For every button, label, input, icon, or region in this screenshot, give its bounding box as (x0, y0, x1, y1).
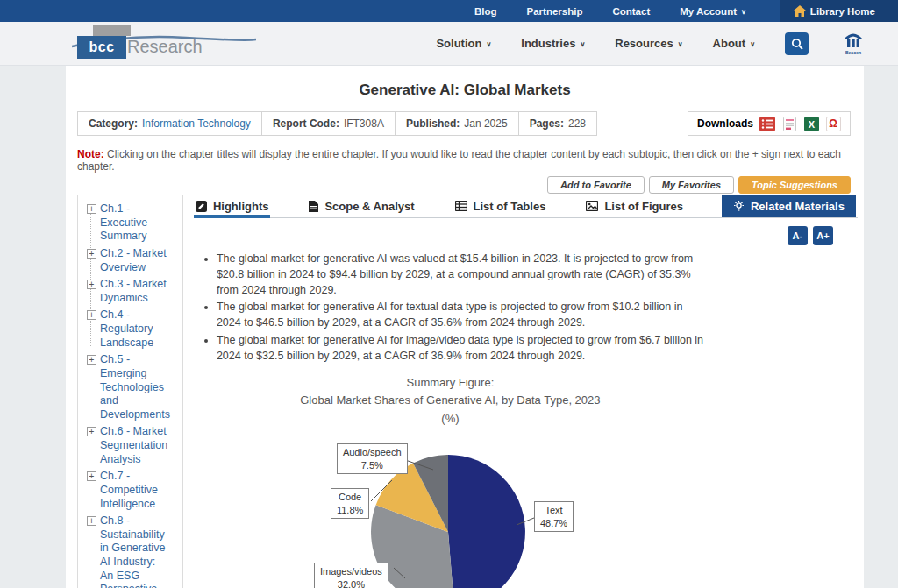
search-button[interactable] (785, 32, 809, 55)
chapter-item-3: + Ch.3 - Market Dynamics (87, 278, 170, 305)
expand-icon[interactable]: + (87, 516, 96, 526)
tab-related-materials-label: Related Materials (751, 200, 845, 213)
nav-resources[interactable]: Resources ∨ (615, 37, 682, 50)
top-utility-bar: Blog Partnership Contact My Account ∨ Li… (0, 0, 898, 22)
nav-industries-label: Industries (521, 37, 575, 50)
expand-icon[interactable]: + (87, 249, 96, 259)
pie-label-code-name: Code (337, 491, 363, 503)
note-label: Note: (77, 148, 104, 160)
chevron-down-icon: ∨ (741, 8, 746, 16)
content-columns: + Ch.1 - Executive Summary + Ch.2 - Mark… (77, 195, 851, 588)
note-body: Clicking on the chapter titles will disp… (77, 148, 841, 173)
report-code-label: Report Code: (273, 117, 339, 130)
highlight-bullet-3: The global market for generative AI for … (217, 333, 708, 365)
topbar-my-account[interactable]: My Account ∨ (680, 6, 746, 17)
page: Blog Partnership Contact My Account ∨ Li… (0, 0, 898, 588)
nav-industries[interactable]: Industries ∨ (521, 37, 585, 50)
report-meta-bar: Category: Information Technology Report … (77, 111, 851, 136)
my-favorites-button[interactable]: My Favorites (649, 176, 734, 194)
chapter-link-7[interactable]: Ch.7 - Competitive Intelligence (100, 470, 170, 511)
tab-list-of-figures-label: List of Figures (604, 200, 683, 213)
chapter-link-8[interactable]: Ch.8 - Sustainability in Generative AI I… (100, 514, 170, 588)
idea-bulb-icon (733, 201, 745, 212)
meta-spacer (597, 111, 688, 136)
pages-label: Pages: (530, 117, 564, 130)
pages-value: 228 (568, 117, 586, 130)
pie-label-code: Code 11.8% (331, 488, 369, 519)
nav-solution-label: Solution (436, 37, 481, 50)
chapter-tree: + Ch.1 - Executive Summary + Ch.2 - Mark… (77, 195, 182, 588)
expand-icon[interactable]: + (87, 427, 96, 436)
beacon-icon (842, 32, 865, 49)
chapter-item-1: + Ch.1 - Executive Summary (87, 202, 170, 244)
tab-list-of-tables[interactable]: List of Tables (453, 195, 548, 217)
tab-bar: Highlights Scope & Analyst (194, 195, 858, 218)
nav-solution[interactable]: Solution ∨ (436, 37, 491, 50)
topbar-link-partnership[interactable]: Partnership (527, 6, 583, 17)
library-home-link[interactable]: Library Home (794, 5, 875, 17)
chapter-link-6[interactable]: Ch.6 - Market Segmentation Analysis (100, 425, 170, 466)
chapter-link-1[interactable]: Ch.1 - Executive Summary (100, 202, 170, 244)
tab-highlights-label: Highlights (213, 200, 269, 213)
topbar-link-blog[interactable]: Blog (474, 6, 497, 17)
font-increase-button[interactable]: A+ (813, 226, 833, 245)
svg-text:X: X (808, 118, 815, 129)
excel-download-icon[interactable]: X (803, 117, 819, 131)
actions-row: Add to Favorite My Favorites Topic Sugge… (547, 176, 851, 194)
tab-related-materials[interactable]: Related Materials (722, 195, 856, 217)
expand-icon[interactable]: + (87, 310, 96, 320)
chevron-down-icon: ∨ (750, 40, 755, 48)
report-code-value: IFT308A (344, 117, 384, 130)
table-list-icon (455, 201, 467, 211)
logo-bcc-block: bcc (77, 36, 126, 59)
tab-list-of-figures[interactable]: List of Figures (584, 195, 685, 217)
pie-label-text-value: 48.7% (540, 517, 567, 529)
pencil-square-icon (196, 201, 207, 212)
toc-download-icon[interactable] (759, 117, 775, 131)
topbar-library-home[interactable]: Library Home (780, 0, 898, 22)
chapter-link-4[interactable]: Ch.4 - Regulatory Landscape (100, 308, 170, 350)
pdf-download-icon[interactable]: Ω (825, 117, 841, 131)
note-text: Note: Clicking on the chapter titles wil… (77, 148, 851, 173)
pie-label-images-value: 32.0% (320, 578, 382, 588)
pie-label-audio-value: 7.5% (343, 459, 402, 471)
pie-svg (194, 374, 707, 588)
highlights-bullet-list: The global market for generative AI was … (217, 251, 708, 364)
chapter-item-2: + Ch.2 - Market Overview (87, 247, 170, 274)
tab-scope-analyst[interactable]: Scope & Analyst (307, 195, 416, 217)
expand-icon[interactable]: + (87, 355, 96, 365)
chevron-down-icon: ∨ (486, 40, 491, 48)
pie-slice-text (448, 455, 525, 588)
nav-about[interactable]: About ∨ (713, 37, 755, 50)
add-to-favorite-button[interactable]: Add to Favorite (547, 176, 645, 194)
left-column: + Ch.1 - Executive Summary + Ch.2 - Mark… (77, 195, 183, 588)
home-icon (794, 5, 806, 17)
pie-label-code-value: 11.8% (337, 504, 363, 516)
font-decrease-button[interactable]: A- (788, 226, 808, 245)
font-size-controls: A- A+ (194, 226, 833, 245)
chapter-item-4: + Ch.4 - Regulatory Landscape (87, 308, 170, 350)
topic-suggestions-button[interactable]: Topic Suggestions (738, 176, 851, 194)
summary-figure-chart: Summary Figure: Global Market Shares of … (194, 374, 707, 588)
beacon-logo[interactable]: Beacon (842, 32, 865, 55)
expand-icon[interactable]: + (87, 471, 96, 481)
expand-icon[interactable]: + (87, 204, 96, 214)
chapter-link-3[interactable]: Ch.3 - Market Dynamics (100, 278, 170, 305)
library-home-label: Library Home (810, 6, 875, 17)
chevron-down-icon: ∨ (580, 40, 585, 48)
tab-highlights[interactable]: Highlights (194, 195, 271, 217)
chapter-link-5[interactable]: Ch.5 - Emerging Technologies and Develop… (100, 353, 170, 422)
meta-category: Category: Information Technology (77, 111, 262, 136)
pie-label-audio-name: Audio/speech (343, 446, 402, 458)
chapter-item-7: + Ch.7 - Competitive Intelligence (87, 470, 170, 511)
sample-report-download-icon[interactable] (781, 117, 797, 131)
chapter-link-2[interactable]: Ch.2 - Market Overview (100, 247, 170, 274)
pie-label-text-name: Text (540, 504, 567, 516)
tab-list-of-tables-label: List of Tables (474, 200, 546, 213)
expand-icon[interactable]: + (87, 280, 96, 289)
downloads-bar: Downloads (688, 111, 851, 136)
chapter-item-6: + Ch.6 - Market Segmentation Analysis (87, 425, 170, 466)
topbar-link-contact[interactable]: Contact (612, 6, 650, 17)
bcc-research-logo[interactable]: bcc Research (77, 25, 261, 62)
category-link[interactable]: Information Technology (142, 117, 251, 130)
